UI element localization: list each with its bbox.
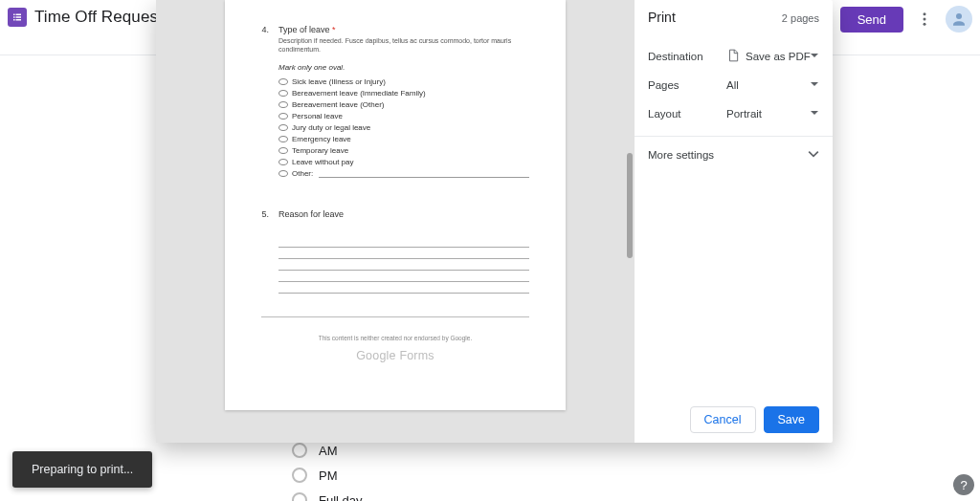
print-title: Print bbox=[648, 10, 676, 25]
chevron-down-icon bbox=[810, 108, 819, 120]
question-hint: Mark only one oval. bbox=[278, 63, 529, 72]
svg-point-8 bbox=[924, 12, 926, 15]
oval-icon bbox=[278, 90, 288, 97]
preview-scrollbar[interactable] bbox=[627, 153, 633, 258]
oval-icon bbox=[278, 147, 288, 154]
chevron-down-icon bbox=[810, 79, 819, 91]
account-avatar[interactable] bbox=[946, 6, 972, 33]
more-settings-label: More settings bbox=[648, 149, 714, 161]
question-options: Sick leave (Illness or Injury) Bereaveme… bbox=[278, 77, 529, 178]
forms-icon[interactable] bbox=[8, 8, 27, 27]
pages-value: All bbox=[726, 79, 739, 91]
page-divider bbox=[261, 316, 529, 317]
background-form-card: AM PM Full day bbox=[292, 438, 689, 501]
chevron-down-icon bbox=[808, 148, 819, 162]
svg-rect-4 bbox=[13, 19, 15, 21]
oval-icon bbox=[278, 136, 288, 142]
destination-label: Destination bbox=[648, 51, 726, 62]
bg-option-label: Full day bbox=[319, 493, 363, 502]
oval-icon bbox=[278, 101, 288, 108]
toast-preparing-print: Preparing to print... bbox=[12, 451, 152, 488]
bg-option[interactable]: PM bbox=[292, 463, 689, 488]
svg-point-9 bbox=[924, 18, 926, 21]
layout-row[interactable]: Layout Portrait bbox=[648, 99, 819, 128]
google-forms-logo: Google Forms bbox=[261, 349, 529, 362]
google-disclaimer: This content is neither created nor endo… bbox=[261, 335, 529, 341]
destination-value: Save as PDF bbox=[746, 51, 811, 62]
oval-icon bbox=[278, 113, 288, 120]
radio-icon bbox=[292, 443, 307, 458]
settings-separator bbox=[635, 136, 833, 137]
other-fill-line bbox=[319, 170, 529, 178]
chevron-down-icon bbox=[810, 51, 819, 62]
oval-icon bbox=[278, 78, 288, 85]
print-preview-pane[interactable]: 4. Type of leave * Description if needed… bbox=[156, 0, 635, 443]
print-preview-page: 4. Type of leave * Description if needed… bbox=[225, 0, 566, 410]
question-title: Type of leave * bbox=[278, 25, 529, 34]
print-dialog: 4. Type of leave * Description if needed… bbox=[156, 0, 833, 443]
svg-rect-3 bbox=[16, 16, 22, 18]
svg-point-10 bbox=[924, 23, 926, 26]
bg-option-label: PM bbox=[319, 468, 338, 483]
oval-icon bbox=[278, 124, 288, 131]
question-title: Reason for leave bbox=[278, 209, 529, 219]
question-number: 4. bbox=[261, 25, 269, 181]
document-title[interactable]: Time Off Request bbox=[34, 8, 163, 27]
layout-value: Portrait bbox=[726, 108, 762, 120]
pdf-icon bbox=[726, 49, 740, 64]
more-settings-toggle[interactable]: More settings bbox=[648, 142, 819, 167]
radio-icon bbox=[292, 492, 307, 501]
oval-icon bbox=[278, 159, 288, 165]
answer-lines bbox=[278, 236, 529, 294]
radio-icon bbox=[292, 468, 307, 483]
destination-row[interactable]: Destination Save as PDF bbox=[648, 42, 819, 71]
svg-rect-2 bbox=[13, 16, 15, 18]
bg-option[interactable]: Full day bbox=[292, 488, 689, 501]
svg-rect-5 bbox=[16, 19, 22, 21]
svg-point-11 bbox=[956, 13, 962, 19]
more-vert-icon[interactable] bbox=[913, 8, 936, 31]
save-button[interactable]: Save bbox=[764, 406, 820, 433]
pages-label: Pages bbox=[648, 79, 726, 91]
svg-rect-1 bbox=[16, 14, 22, 16]
help-icon[interactable]: ? bbox=[953, 474, 974, 495]
pages-row[interactable]: Pages All bbox=[648, 71, 819, 99]
cancel-button[interactable]: Cancel bbox=[690, 406, 756, 433]
bg-option-label: AM bbox=[319, 444, 338, 458]
print-settings-panel: Print 2 pages Destination Save as PDF Pa… bbox=[635, 0, 833, 443]
question-number: 5. bbox=[261, 209, 269, 294]
page-count: 2 pages bbox=[782, 12, 819, 24]
question-description: Description if needed. Fusce dapibus, te… bbox=[278, 36, 529, 54]
send-button[interactable]: Send bbox=[840, 7, 903, 33]
oval-icon bbox=[278, 170, 288, 177]
svg-rect-0 bbox=[13, 14, 15, 16]
layout-label: Layout bbox=[648, 108, 726, 120]
